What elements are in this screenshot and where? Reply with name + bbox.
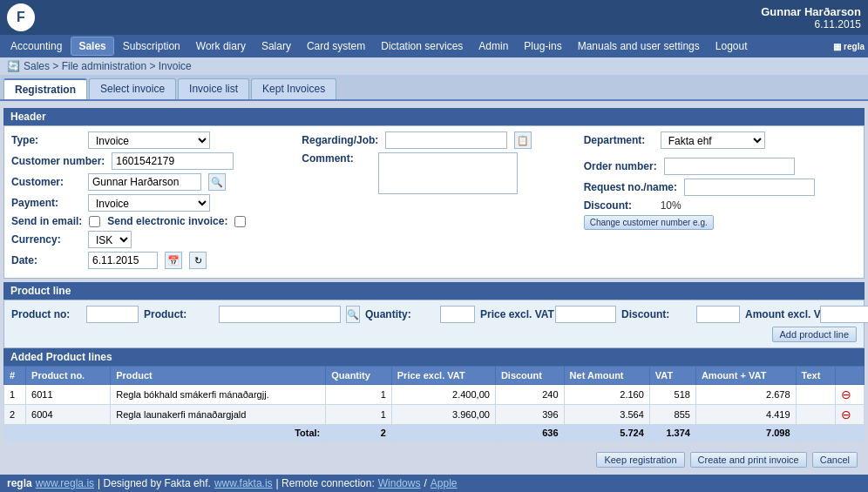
customer-search-icon[interactable]: 🔍 [208, 173, 226, 191]
tab-invoice-list[interactable]: Invoice list [178, 78, 249, 99]
currency-label: Currency: [11, 233, 81, 246]
nav-manuals[interactable]: Manuals and user settings [571, 37, 707, 55]
row2-product-no: 6004 [26, 405, 111, 425]
cancel-btn[interactable]: Cancel [812, 452, 858, 468]
bottom-regla-logo: regla [7, 477, 32, 489]
row2-discount: 396 [495, 405, 564, 425]
col-text: Text [796, 367, 836, 385]
comment-textarea[interactable] [378, 152, 518, 194]
nav-card-system[interactable]: Card system [300, 37, 372, 55]
request-no-input[interactable] [684, 179, 815, 196]
type-label: Type: [11, 134, 81, 146]
col-discount: Discount [495, 367, 564, 385]
amount-excl-vat-input[interactable] [820, 306, 868, 323]
nav-plugins[interactable]: Plug-ins [517, 37, 568, 55]
col-product: Product [111, 367, 326, 385]
row1-net: 2.160 [564, 385, 649, 405]
row1-product-no: 6011 [26, 385, 111, 405]
row1-amount-vat: 2.678 [695, 385, 796, 405]
discount-label: Discount: [584, 199, 654, 212]
calendar-icon[interactable]: 📅 [165, 252, 182, 269]
department-label: Department: [584, 134, 654, 146]
col-quantity: Quantity [326, 367, 392, 385]
row2-num: 2 [4, 405, 26, 425]
row2-delete[interactable]: ⊖ [836, 405, 865, 425]
order-no-label: Order number: [584, 160, 657, 172]
total-vat: 1.374 [649, 425, 695, 441]
add-product-line-btn[interactable]: Add product line [772, 327, 858, 342]
regarding-input[interactable] [385, 131, 507, 149]
apple-link[interactable]: Apple [431, 477, 458, 489]
nav-salary[interactable]: Salary [254, 37, 298, 55]
col-product-no: Product no. [26, 367, 111, 385]
create-print-btn[interactable]: Create and print invoice [690, 452, 807, 468]
nav-dictation[interactable]: Dictation services [374, 37, 470, 55]
product-search-icon[interactable]: 🔍 [346, 306, 360, 323]
row1-price: 2.400,00 [391, 385, 495, 405]
order-no-input[interactable] [664, 158, 795, 175]
product-input[interactable] [219, 306, 341, 323]
row2-text [796, 405, 836, 425]
send-email-label: Send in email: [11, 215, 82, 227]
send-email-checkbox[interactable] [89, 216, 100, 227]
bottom-bar: regla www.regla.is | Designed by Fakta e… [0, 475, 868, 492]
currency-select[interactable]: ISK [88, 231, 132, 248]
customer-input[interactable] [88, 173, 201, 191]
delete-row2-btn[interactable]: ⊖ [841, 408, 851, 421]
windows-link[interactable]: Windows [378, 477, 421, 489]
price-excl-vat-label: Price excl. VAT [480, 308, 550, 320]
type-select[interactable]: Invoice [88, 131, 210, 149]
total-label: Total: [4, 425, 326, 441]
payment-label: Payment: [11, 197, 81, 209]
header-section-label: Header [3, 108, 865, 125]
nav-sales[interactable]: Sales [71, 37, 113, 56]
nav-work-diary[interactable]: Work diary [189, 37, 253, 55]
discount-input[interactable] [696, 306, 740, 323]
nav-logout[interactable]: Logout [709, 37, 755, 55]
col-net-amount: Net Amount [564, 367, 649, 385]
tabs: Registration Select invoice Invoice list… [0, 75, 868, 101]
tab-registration[interactable]: Registration [3, 78, 87, 99]
date-input[interactable] [88, 252, 158, 269]
keep-registration-btn[interactable]: Keep registration [596, 452, 684, 468]
change-customer-btn[interactable]: Change customer number e.g. [584, 215, 714, 230]
footer-buttons: Keep registration Create and print invoi… [3, 441, 865, 475]
price-excl-vat-input[interactable] [555, 306, 616, 323]
col-actions [836, 367, 865, 385]
payment-select[interactable]: Invoice [88, 194, 210, 212]
products-table: # Product no. Product Quantity Price exc… [3, 366, 865, 441]
col-amount-vat: Amount + VAT [695, 367, 796, 385]
customer-no-input[interactable] [112, 152, 234, 170]
row2-quantity: 1 [326, 405, 392, 425]
amount-excl-vat-label: Amount excl. VAT [745, 308, 815, 320]
table-row: 2 6004 Regla launakerfi mánaðargjald 1 3… [4, 405, 865, 425]
col-num: # [4, 367, 26, 385]
fakta-website-link[interactable]: www.fakta.is [214, 477, 273, 489]
total-discount: 636 [495, 425, 564, 441]
send-electronic-checkbox[interactable] [234, 216, 246, 227]
current-date: 6.11.2015 [761, 18, 861, 30]
department-select[interactable]: Fakta ehf [661, 131, 765, 149]
delete-row1-btn[interactable]: ⊖ [841, 388, 851, 401]
regarding-icon[interactable]: 📋 [514, 131, 532, 149]
send-electronic-label: Send electronic invoice: [107, 215, 227, 227]
col-vat: VAT [649, 367, 695, 385]
top-bar: F Gunnar Harðarson 6.11.2015 [0, 0, 868, 35]
tab-kept-invoices[interactable]: Kept Invoices [251, 78, 336, 99]
date-arrow-icon[interactable]: ↻ [189, 252, 207, 269]
customer-label: Customer: [11, 176, 81, 188]
breadcrumb-text: Sales > File administration > Invoice [24, 60, 192, 72]
total-amount-vat: 7.098 [695, 425, 796, 441]
tab-select-invoice[interactable]: Select invoice [89, 78, 176, 99]
row2-amount-vat: 4.419 [695, 405, 796, 425]
nav-admin[interactable]: Admin [471, 37, 515, 55]
row1-delete[interactable]: ⊖ [836, 385, 865, 405]
nav-accounting[interactable]: Accounting [3, 37, 69, 55]
row1-num: 1 [4, 385, 26, 405]
regla-website-link[interactable]: www.regla.is [36, 477, 94, 489]
discount-value: 10% [661, 199, 682, 212]
quantity-input[interactable] [440, 306, 475, 323]
table-row: 1 6011 Regla bókhald smákerfi mánaðargjj… [4, 385, 865, 405]
product-no-input[interactable] [86, 306, 139, 323]
nav-subscription[interactable]: Subscription [116, 37, 187, 55]
